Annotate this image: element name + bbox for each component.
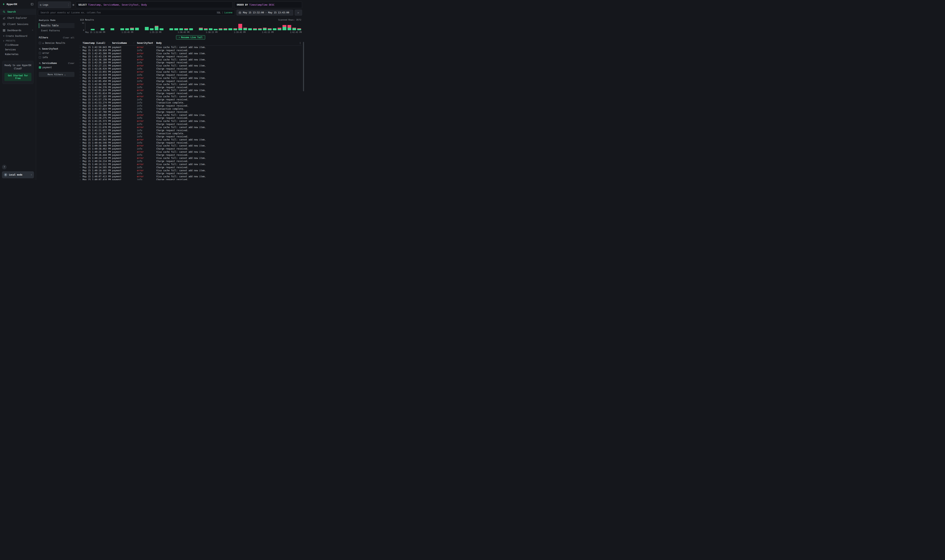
histogram-bar[interactable]	[115, 23, 120, 30]
histogram-bar[interactable]	[282, 23, 287, 30]
histogram-bar[interactable]	[198, 23, 203, 30]
select-clause-input[interactable]: SELECT Timestamp, ServiceName, SeverityT…	[76, 2, 233, 8]
more-filters-button[interactable]: More filters ⌄	[39, 72, 74, 77]
row-expand-icon[interactable]: ›	[80, 86, 83, 89]
table-row[interactable]: ›May 15 1:41:47.823 PMpaymentinfoTransac…	[80, 107, 302, 111]
table-row[interactable]: ›May 15 1:40:14.511 PMpaymenterrorVisa c…	[80, 163, 302, 166]
sidebar-item-search[interactable]: Search	[0, 9, 36, 15]
run-query-button[interactable]: ▷	[295, 10, 302, 15]
histogram-bar[interactable]	[183, 23, 188, 30]
table-row[interactable]: ›May 15 1:41:25.373 PMpaymenterrorVisa c…	[80, 120, 302, 123]
table-row[interactable]: ›May 15 1:42:01.824 PMpaymenterrorVisa c…	[80, 89, 302, 92]
scrollbar-thumb[interactable]	[303, 42, 304, 91]
table-row[interactable]: ›May 15 1:40:07.410 PMpaymentinfoCharge …	[80, 178, 302, 180]
histogram-bar[interactable]	[228, 23, 233, 30]
row-expand-icon[interactable]: ›	[80, 120, 83, 123]
histogram-bar[interactable]	[287, 23, 292, 30]
sidebar-item-dashboards[interactable]: Dashboards ⌃	[0, 27, 36, 34]
row-expand-icon[interactable]: ›	[80, 58, 83, 61]
row-expand-icon[interactable]: ›	[80, 55, 83, 58]
row-expand-icon[interactable]: ›	[80, 126, 83, 129]
row-expand-icon[interactable]: ›	[80, 114, 83, 116]
histogram-bar[interactable]	[189, 23, 194, 30]
histogram-bar[interactable]	[95, 23, 100, 30]
histogram-bar[interactable]	[272, 23, 277, 30]
row-expand-icon[interactable]: ›	[80, 157, 83, 160]
histogram-bar[interactable]	[243, 23, 248, 30]
table-row[interactable]: ›May 15 1:40:24.219 PMpaymenterrorVisa c…	[80, 157, 302, 160]
histogram-bar[interactable]	[213, 23, 218, 30]
histogram-bar[interactable]	[154, 23, 159, 30]
presets-toggle[interactable]: ∨ PRESETS	[0, 38, 36, 43]
histogram-bar[interactable]	[90, 23, 95, 30]
local-mode-button[interactable]: U Local mode ›	[2, 171, 34, 178]
order-by-input[interactable]: ORDER BY TimestampTime DESC	[234, 2, 302, 8]
table-row[interactable]: ›May 15 1:42:01.814 PMpaymentinfoCharge …	[80, 92, 302, 95]
histogram-bar[interactable]	[129, 23, 134, 30]
row-expand-icon[interactable]: ›	[80, 49, 83, 52]
events-histogram[interactable]: 12 0	[80, 23, 302, 31]
sidebar-item-client-sessions[interactable]: Client Sessions	[0, 21, 36, 27]
row-expand-icon[interactable]: ›	[80, 98, 83, 101]
row-expand-icon[interactable]: ›	[80, 65, 83, 67]
column-resize-handle[interactable]: ⋮	[133, 42, 137, 45]
row-expand-icon[interactable]: ›	[80, 163, 83, 166]
histogram-bar[interactable]	[105, 23, 110, 30]
table-row[interactable]: ›May 15 1:42:04.392 PMpaymenterrorVisa c…	[80, 83, 302, 86]
table-row[interactable]: ›May 15 1:42:26.920 PMpaymentinfoCharge …	[80, 67, 302, 70]
histogram-bar[interactable]	[208, 23, 213, 30]
sql-mode-button[interactable]: SQL	[217, 11, 221, 14]
histogram-bar[interactable]	[110, 23, 115, 30]
histogram-bar[interactable]	[159, 23, 164, 30]
table-row[interactable]: ›May 15 1:40:14.505 PMpaymentinfoCharge …	[80, 166, 302, 169]
row-expand-icon[interactable]: ›	[80, 135, 83, 138]
table-row[interactable]: ›May 15 1:42:36.188 PMpaymenterrorVisa c…	[80, 58, 302, 61]
histogram-bar[interactable]	[297, 23, 302, 30]
table-row[interactable]: ›May 15 1:42:50.843 PMpaymenterrorVisa c…	[80, 46, 302, 49]
search-input[interactable]	[40, 11, 233, 14]
histogram-bar[interactable]	[233, 23, 238, 30]
row-expand-icon[interactable]: ›	[80, 151, 83, 153]
row-expand-icon[interactable]: ›	[80, 132, 83, 135]
table-row[interactable]: ›May 15 1:42:27.131 PMpaymenterrorVisa c…	[80, 64, 302, 67]
histogram-bar[interactable]	[223, 23, 228, 30]
histogram-bar[interactable]	[149, 23, 154, 30]
table-row[interactable]: ›May 15 1:42:04.376 PMpaymentinfoCharge …	[80, 86, 302, 89]
row-expand-icon[interactable]: ›	[80, 172, 83, 175]
row-expand-icon[interactable]: ›	[80, 74, 83, 76]
histogram-bar[interactable]	[139, 23, 144, 30]
histogram-bar[interactable]	[238, 23, 242, 30]
row-expand-icon[interactable]: ›	[80, 138, 83, 141]
table-row[interactable]: ›May 15 1:41:57.178 PMpaymentinfoCharge …	[80, 98, 302, 101]
row-expand-icon[interactable]: ›	[80, 68, 83, 70]
clear-all-filters-link[interactable]: Clear all	[63, 37, 74, 39]
row-expand-icon[interactable]: ›	[80, 154, 83, 156]
row-expand-icon[interactable]: ›	[80, 89, 83, 92]
table-row[interactable]: ›May 15 1:40:38.466 PMpaymenterrorVisa c…	[80, 145, 302, 148]
table-row[interactable]: ›May 15 1:42:43.360 PMpaymenterrorVisa c…	[80, 52, 302, 55]
histogram-bar[interactable]	[253, 23, 257, 30]
row-expand-icon[interactable]: ›	[80, 117, 83, 119]
table-row[interactable]: ›May 15 1:41:21.678 PMpaymenterrorVisa c…	[80, 126, 302, 129]
histogram-bar[interactable]	[203, 23, 208, 30]
table-row[interactable]: ›May 15 1:40:26.445 PMpaymenterrorVisa c…	[80, 150, 302, 154]
filter-option-payment[interactable]: ✓ payment	[39, 65, 74, 69]
row-expand-icon[interactable]: ›	[80, 169, 83, 172]
preset-services[interactable]: Services	[0, 47, 36, 52]
clear-servicename-link[interactable]: Clear	[68, 62, 74, 65]
mode-results-table[interactable]: Results Table	[39, 23, 74, 28]
row-expand-icon[interactable]: ›	[80, 105, 83, 107]
histogram-bar[interactable]	[179, 23, 183, 30]
column-header-body[interactable]: Body	[156, 42, 299, 45]
table-row[interactable]: ›May 15 1:40:07.413 PMpaymenterrorVisa c…	[80, 175, 302, 178]
sidebar-item-chart-explorer[interactable]: Chart Explorer	[0, 15, 36, 21]
create-dashboard-link[interactable]: + Create Dashboard	[0, 34, 36, 38]
table-row[interactable]: ›May 15 1:42:43.336 PMpaymentinfoCharge …	[80, 55, 302, 58]
histogram-bar[interactable]	[292, 23, 297, 30]
filter-option-info[interactable]: info	[39, 55, 74, 60]
table-row[interactable]: ›May 15 1:42:50.834 PMpaymentinfoCharge …	[80, 49, 302, 52]
chevron-up-icon[interactable]: ⌃	[32, 29, 33, 32]
row-expand-icon[interactable]: ›	[80, 83, 83, 85]
help-button[interactable]: ?	[2, 165, 6, 169]
table-options-icon[interactable]: ⋮	[299, 42, 302, 45]
